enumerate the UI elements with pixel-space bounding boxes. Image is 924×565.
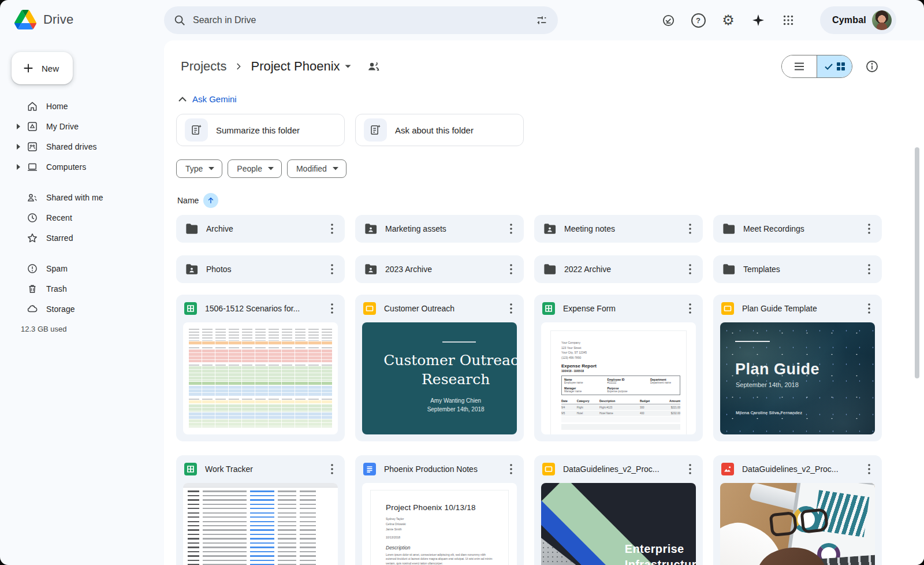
apps-grid-icon[interactable] bbox=[777, 9, 800, 32]
sidebar-item-shared-drives[interactable]: Shared drives bbox=[0, 136, 157, 157]
more-options-icon[interactable] bbox=[681, 260, 699, 278]
gemini-sparkle-icon[interactable] bbox=[747, 9, 770, 32]
search-icon[interactable] bbox=[173, 14, 186, 27]
more-options-icon[interactable] bbox=[323, 220, 341, 238]
more-options-icon[interactable] bbox=[860, 460, 878, 478]
list-view-button[interactable] bbox=[782, 55, 817, 77]
expand-chevron-icon[interactable] bbox=[16, 164, 26, 170]
drive-brand[interactable]: Drive bbox=[14, 10, 73, 29]
file-header: Customer Outreach bbox=[355, 295, 524, 322]
more-options-icon[interactable] bbox=[323, 260, 341, 278]
grid-view-icon bbox=[837, 62, 845, 70]
ask-gemini-toggle[interactable]: Ask Gemini bbox=[164, 78, 924, 104]
sidebar-item-label: Starred bbox=[46, 233, 73, 243]
sidebar: New Home My Drive Shared drives Comp bbox=[0, 40, 164, 565]
file-card[interactable]: Expense Form Your Company 123 Your Stree… bbox=[534, 295, 703, 441]
file-card[interactable]: DataGuidelines_v2_Proc... bbox=[713, 455, 882, 565]
more-options-icon[interactable] bbox=[681, 299, 699, 318]
search-bar[interactable] bbox=[164, 6, 558, 34]
page-header: Projects Project Phoenix bbox=[164, 40, 924, 78]
sidebar-item-shared-with-me[interactable]: Shared with me bbox=[0, 187, 157, 207]
folder-tile[interactable]: Meet Recordings bbox=[713, 215, 882, 243]
people-filter-chip[interactable]: People bbox=[228, 159, 282, 178]
sidebar-item-trash[interactable]: Trash bbox=[0, 278, 157, 299]
help-icon[interactable]: ? bbox=[687, 9, 710, 32]
file-card[interactable]: 1506-1512 Scenarios for... bbox=[176, 295, 345, 441]
arrow-up-icon[interactable] bbox=[203, 193, 218, 208]
more-options-icon[interactable] bbox=[681, 220, 699, 238]
app-name: Drive bbox=[43, 12, 73, 27]
folder-tile[interactable]: Photos bbox=[176, 255, 345, 283]
file-header: Phoenix Production Notes bbox=[355, 455, 524, 483]
sidebar-item-label: My Drive bbox=[46, 122, 79, 131]
sidebar-item-starred[interactable]: Starred bbox=[0, 228, 157, 248]
more-options-icon[interactable] bbox=[681, 460, 699, 478]
computers-icon bbox=[26, 161, 38, 173]
more-options-icon[interactable] bbox=[502, 299, 520, 318]
more-options-icon[interactable] bbox=[323, 299, 341, 318]
new-button[interactable]: New bbox=[12, 52, 73, 84]
more-options-icon[interactable] bbox=[860, 299, 878, 318]
breadcrumb-current[interactable]: Project Phoenix bbox=[246, 57, 355, 76]
sidebar-item-storage[interactable]: Storage bbox=[0, 299, 157, 319]
account-pill[interactable]: Cymbal bbox=[820, 6, 896, 34]
thumb-decoration bbox=[189, 341, 332, 345]
doc-title: Project Phoenix 10/13/18 bbox=[386, 503, 497, 512]
sidebar-item-recent[interactable]: Recent bbox=[0, 207, 157, 228]
file-card[interactable]: Phoenix Production Notes Project Phoenix… bbox=[355, 455, 524, 565]
shared-folder-icon bbox=[185, 263, 198, 275]
more-options-icon[interactable] bbox=[502, 220, 520, 238]
folder-tile[interactable]: Templates bbox=[713, 255, 882, 283]
file-card[interactable]: DataGuidelines_v2_Proc... Enterprise Inf… bbox=[534, 455, 703, 565]
grid-view-button-selected[interactable] bbox=[817, 55, 852, 77]
folder-tile[interactable]: Meeting notes bbox=[534, 215, 703, 243]
modified-filter-chip[interactable]: Modified bbox=[287, 159, 346, 178]
slide-date: September 14th, 2018 bbox=[736, 381, 799, 388]
sidebar-item-label: Trash bbox=[46, 284, 67, 293]
file-card[interactable]: Work Tracker bbox=[176, 455, 345, 565]
drive-app-window: Drive ? ⚙ bbox=[0, 0, 924, 565]
settings-gear-icon[interactable]: ⚙ bbox=[717, 9, 740, 32]
folder-tile[interactable]: 2023 Archive bbox=[355, 255, 524, 283]
advanced-search-tune-icon[interactable] bbox=[530, 9, 553, 32]
thumb-decoration bbox=[189, 419, 332, 428]
file-name: Phoenix Production Notes bbox=[384, 464, 502, 474]
sidebar-item-my-drive[interactable]: My Drive bbox=[0, 116, 157, 136]
type-filter-chip[interactable]: Type bbox=[176, 159, 222, 178]
help-glyph: ? bbox=[691, 13, 706, 28]
shared-with-me-icon bbox=[26, 192, 38, 203]
expand-chevron-icon[interactable] bbox=[16, 124, 26, 129]
offline-status-icon[interactable] bbox=[657, 9, 680, 32]
folder-tile[interactable]: 2022 Archive bbox=[534, 255, 703, 283]
avatar[interactable] bbox=[872, 10, 892, 30]
sidebar-item-home[interactable]: Home bbox=[0, 96, 157, 116]
sidebar-item-spam[interactable]: Spam bbox=[0, 258, 157, 278]
search-input[interactable] bbox=[192, 14, 530, 26]
manage-members-icon[interactable] bbox=[366, 60, 380, 73]
more-options-icon[interactable] bbox=[860, 220, 878, 238]
ask-about-folder-button[interactable]: Ask about this folder bbox=[355, 114, 524, 146]
nav-section-gap bbox=[0, 248, 157, 258]
folder-tile[interactable]: Marketing assets bbox=[355, 215, 524, 243]
thumb-table-header: DateCategoryDescriptionBudgetAmount bbox=[561, 399, 680, 404]
account-org-name: Cymbal bbox=[832, 15, 866, 25]
summarize-folder-button[interactable]: Summarize this folder bbox=[176, 114, 345, 146]
more-options-icon[interactable] bbox=[502, 260, 520, 278]
info-icon[interactable] bbox=[865, 60, 879, 73]
vertical-scrollbar[interactable] bbox=[915, 147, 919, 378]
more-options-icon[interactable] bbox=[502, 460, 520, 478]
slides-file-icon bbox=[721, 302, 734, 315]
name-sort-control[interactable]: Name bbox=[177, 193, 924, 208]
more-options-icon[interactable] bbox=[323, 460, 341, 478]
sort-label: Name bbox=[177, 196, 199, 205]
folder-name: Meeting notes bbox=[564, 224, 681, 233]
breadcrumb-parent[interactable]: Projects bbox=[176, 57, 231, 76]
file-card[interactable]: Customer Outreach Customer OutreachResea… bbox=[355, 295, 524, 441]
more-options-icon[interactable] bbox=[860, 260, 878, 278]
sheets-file-icon bbox=[542, 302, 555, 315]
storage-used-text: 12.3 GB used bbox=[0, 319, 157, 333]
expand-chevron-icon[interactable] bbox=[16, 144, 26, 150]
folder-tile[interactable]: Archive bbox=[176, 215, 345, 243]
file-card[interactable]: Plan Guide Template Plan Guide September… bbox=[713, 295, 882, 441]
sidebar-item-computers[interactable]: Computers bbox=[0, 157, 157, 177]
